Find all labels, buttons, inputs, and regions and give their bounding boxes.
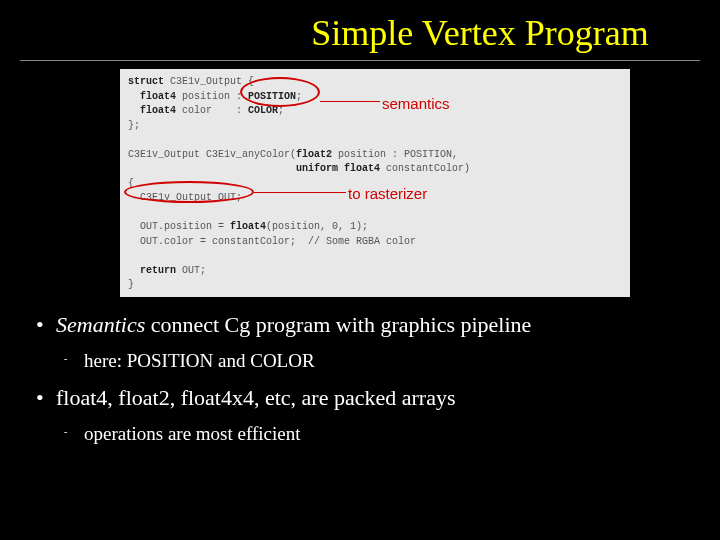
- sub-bullet-item: here: POSITION and COLOR: [56, 349, 692, 374]
- bullet-list: Semantics connect Cg program with graphi…: [0, 311, 720, 447]
- code-kw: POSITION: [248, 91, 296, 102]
- bullet-item: float4, float2, float4x4, etc, are packe…: [34, 384, 692, 447]
- code-text: OUT.position =: [140, 221, 230, 232]
- code-kw: float4: [140, 105, 176, 116]
- code-text: OUT.color = constantColor; // Some RGBA …: [140, 236, 416, 247]
- code-kw: uniform float4: [296, 163, 380, 174]
- code-text: }: [128, 279, 134, 290]
- code-kw: float4: [140, 91, 176, 102]
- code-text: C3E1v_Output {: [164, 76, 254, 87]
- code-snippet: struct C3E1v_Output { float4 position : …: [120, 69, 630, 297]
- code-kw: float4: [230, 221, 266, 232]
- code-text: C3E1v_Output C3E1v_anyColor(: [128, 149, 296, 160]
- sub-bullet-item: operations are most efficient: [56, 422, 692, 447]
- code-text: ;: [296, 91, 302, 102]
- code-text: };: [128, 120, 140, 131]
- code-text: color :: [176, 105, 248, 116]
- code-text: constantColor): [380, 163, 470, 174]
- code-text: C3E1v_Output OUT;: [140, 192, 242, 203]
- code-kw: struct: [128, 76, 164, 87]
- code-text: ;: [278, 105, 284, 116]
- bullet-emphasis: Semantics: [56, 312, 145, 337]
- code-kw: return: [140, 265, 176, 276]
- bullet-item: Semantics connect Cg program with graphi…: [34, 311, 692, 374]
- code-text: OUT;: [176, 265, 206, 276]
- code-kw: COLOR: [248, 105, 278, 116]
- slide-title: Simple Vertex Program: [0, 0, 720, 60]
- code-text: {: [128, 178, 134, 189]
- code-kw: float2: [296, 149, 332, 160]
- code-text: position : POSITION,: [332, 149, 458, 160]
- code-text: (position, 0, 1);: [266, 221, 368, 232]
- code-text: position :: [176, 91, 248, 102]
- title-divider: [20, 60, 700, 61]
- bullet-text: float4, float2, float4x4, etc, are packe…: [56, 385, 455, 410]
- bullet-text: connect Cg program with graphics pipelin…: [145, 312, 531, 337]
